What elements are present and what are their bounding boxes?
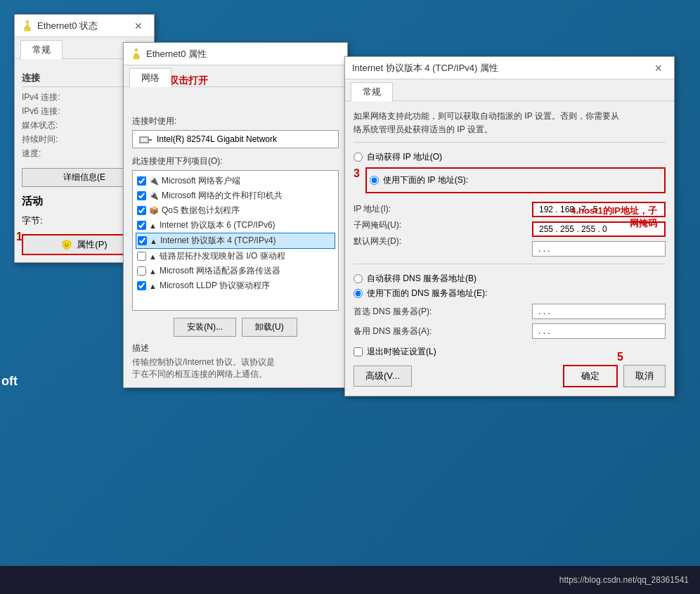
ip-labels-col: IP 地址(I): 子网掩码(U): 默认网关(D): — [354, 199, 532, 252]
manual-dns-row: 使用下面的 DNS 服务器地址(E): — [354, 288, 666, 299]
props-action-buttons: 安装(N)... 卸载(U) — [132, 318, 339, 337]
gateway-row: 默认网关(D): — [354, 235, 532, 247]
svg-rect-1 — [26, 25, 29, 28]
alternate-dns-label: 备用 DNS 服务器(A): — [354, 325, 452, 337]
speed-label: 速度: — [22, 148, 41, 160]
auto-dns-row: 自动获得 DNS 服务器地址(B) — [354, 273, 666, 285]
network-props-icon — [131, 49, 142, 60]
shield-icon: U — [61, 239, 72, 250]
description-box: 描述 传输控制协议/Internet 协议。该协议是于在不同的相互连接的网络上通… — [132, 342, 339, 380]
ok-button[interactable]: 确定 — [563, 365, 618, 387]
subnet-field-label: 子网掩码(U): — [354, 219, 452, 231]
annotation-4-text: 4.host1的IP地址，子网掩码 — [571, 205, 657, 230]
taskbar: https://blog.csdn.net/qq_28361541 — [0, 566, 700, 594]
checklist: 🔌 Microsoft 网络客户端 🔌 Microsoft 网络的文件和打印机共… — [132, 170, 339, 311]
tcp-description: 如果网络支持此功能，则可以获取自动指派的 IP 设置。否则，你需要从络系统管理员… — [354, 110, 666, 143]
alternate-dns-input[interactable]: . . . — [532, 323, 666, 339]
status-titlebar: Ethernet0 状态 ✕ — [15, 15, 154, 37]
taskbar-url: https://blog.csdn.net/qq_28361541 — [559, 575, 689, 585]
gateway-field-label: 默认网关(D): — [354, 235, 452, 247]
subnet-row: 子网掩码(U): — [354, 219, 532, 231]
manual-dns-label: 使用下面的 DNS 服务器地址(E): — [367, 288, 487, 299]
manual-ip-section: 使用下面的 IP 地址(S): — [365, 167, 666, 193]
network-icon — [22, 20, 33, 32]
ip-radio-group: 自动获得 IP 地址(O) — [354, 151, 666, 163]
auto-ip-row: 自动获得 IP 地址(O) — [354, 151, 666, 163]
ip-address-row: IP 地址(I): — [354, 203, 532, 215]
list-item-tcpipv4[interactable]: ▲ Internet 协议版本 4 (TCP/IPv4) — [136, 233, 335, 249]
auto-ip-radio[interactable] — [354, 153, 363, 162]
manual-ip-label: 使用下面的 IP 地址(S): — [383, 174, 468, 186]
list-item[interactable]: 📦 QoS 数据包计划程序 — [136, 203, 335, 218]
props-tab-network[interactable]: 网络 — [129, 68, 171, 87]
list-item[interactable]: 🔌 Microsoft 网络客户端 — [136, 174, 335, 188]
auto-dns-label: 自动获得 DNS 服务器地址(B) — [367, 273, 477, 285]
status-tab-general[interactable]: 常规 — [20, 40, 63, 59]
tcp-content: 如果网络支持此功能，则可以获取自动指派的 IP 设置。否则，你需要从络系统管理员… — [345, 101, 674, 396]
ok-section: 5 确定 取消 — [563, 365, 666, 387]
ip-field-label: IP 地址(I): — [354, 203, 452, 215]
install-button[interactable]: 安装(N)... — [174, 318, 236, 337]
manual-ip-row: 使用下面的 IP 地址(S): — [370, 174, 661, 186]
status-title-text: Ethernet0 状态 — [37, 20, 98, 32]
ip-fields-section: IP 地址(I): 子网掩码(U): 默认网关(D): 4.host1的IP地址… — [354, 199, 666, 257]
annotation-5-num: 5 — [617, 351, 623, 363]
list-item[interactable]: ▲ Microsoft 网络适配器多路传送器 — [136, 264, 335, 278]
bottom-area: 高级(V... 5 确定 取消 — [354, 365, 666, 387]
auto-dns-radio[interactable] — [354, 274, 363, 283]
tcp-tab-bar: 常规 — [345, 79, 674, 101]
media-label: 媒体状态: — [22, 120, 58, 131]
status-title: Ethernet0 状态 — [22, 20, 98, 32]
tcpipv4-properties-window: Internet 协议版本 4 (TCP/IPv4) 属性 ✕ 常规 如果网络支… — [344, 56, 675, 396]
adapter-box: Intel(R) 82574L Gigabit Network — [132, 130, 339, 148]
adapter-name: Intel(R) 82574L Gigabit Network — [157, 134, 277, 144]
svg-point-3 — [26, 20, 29, 23]
svg-rect-9 — [141, 138, 148, 142]
props-title: Ethernet0 属性 — [131, 48, 207, 60]
list-item[interactable]: ▲ 链路层拓扑发现映射器 I/O 驱动程 — [136, 249, 335, 264]
property-button-label: 属性(P) — [77, 238, 107, 251]
dns-section: 自动获得 DNS 服务器地址(B) 使用下面的 DNS 服务器地址(E): 首选… — [354, 264, 666, 339]
gateway-input[interactable]: . . . — [532, 241, 666, 257]
description-text: 传输控制协议/Internet 协议。该协议是于在不同的相互连接的网络上通信。 — [132, 356, 339, 380]
uninstall-button[interactable]: 卸载(U) — [242, 318, 297, 337]
list-item[interactable]: ▲ Internet 协议版本 6 (TCP/IPv6) — [136, 218, 335, 233]
props-titlebar: Ethernet0 属性 — [124, 43, 347, 65]
advanced-button[interactable]: 高级(V... — [354, 366, 412, 387]
tcp-titlebar: Internet 协议版本 4 (TCP/IPv4) 属性 ✕ — [345, 57, 674, 79]
ipv6-label: IPv6 连接: — [22, 105, 60, 117]
manual-ip-radio[interactable] — [370, 176, 379, 185]
section-3-num: 3 — [354, 167, 360, 180]
ok-cancel-buttons: 确定 取消 — [563, 365, 666, 387]
bytes-label: 字节: — [22, 215, 43, 226]
svg-rect-6 — [135, 53, 138, 56]
manual-dns-radio[interactable] — [354, 289, 363, 298]
preferred-dns-input[interactable]: . . . — [532, 304, 666, 319]
tcp-close-button[interactable]: ✕ — [650, 61, 667, 75]
list-item[interactable]: 🔌 Microsoft 网络的文件和打印机共 — [136, 188, 335, 203]
list-item[interactable]: ▲ Microsoft LLDP 协议驱动程序 — [136, 278, 335, 293]
ethernet-properties-window: Ethernet0 属性 网络 2.双击打开 连接时使用: Intel(R) 8… — [123, 42, 348, 388]
duration-label: 持续时间: — [22, 134, 58, 146]
tcp-tab-general[interactable]: 常规 — [351, 82, 393, 101]
ipv4-label: IPv4 连接: — [22, 91, 60, 103]
ip-values-section: 4.host1的IP地址，子网掩码 192 . 168 . 7 . 5 255 … — [532, 199, 666, 257]
description-label: 描述 — [132, 342, 339, 354]
list-label: 此连接使用下列项目(O): — [132, 155, 339, 167]
tcp-title-text: Internet 协议版本 4 (TCP/IPv4) 属性 — [352, 62, 498, 75]
connect-label: 连接时使用: — [132, 115, 339, 127]
alternate-dns-row: 备用 DNS 服务器(A): . . . — [354, 323, 666, 339]
validate-checkbox[interactable] — [354, 347, 363, 356]
props-tab-bar: 网络 — [124, 65, 347, 87]
status-close-button[interactable]: ✕ — [130, 19, 147, 33]
preferred-dns-row: 首选 DNS 服务器(P): . . . — [354, 304, 666, 319]
adapter-icon — [138, 134, 153, 145]
annotation-1: 1 — [16, 231, 22, 243]
svg-point-7 — [135, 49, 138, 51]
validate-checkbox-label: 退出时验证设置(L) — [367, 346, 436, 358]
props-content: 2.双击打开 连接时使用: Intel(R) 82574L Gigabit Ne… — [124, 87, 347, 387]
tcp-title: Internet 协议版本 4 (TCP/IPv4) 属性 — [352, 62, 498, 75]
cancel-button[interactable]: 取消 — [623, 365, 666, 387]
svg-text:U: U — [65, 243, 68, 247]
auto-ip-label: 自动获得 IP 地址(O) — [367, 151, 442, 163]
